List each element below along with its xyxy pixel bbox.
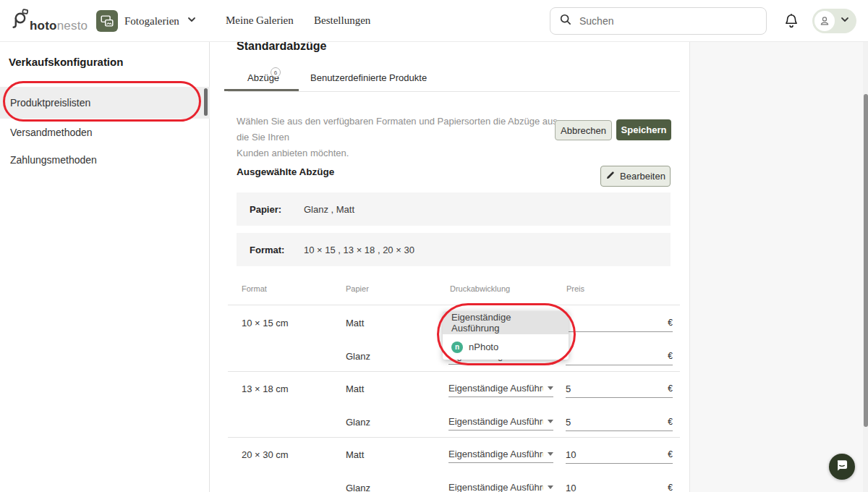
avatar (814, 11, 835, 31)
right-background-panel (689, 42, 868, 492)
summary-row-format: Format: 10 × 15 , 13 × 18 , 20 × 30 (237, 233, 671, 266)
price-input[interactable]: € (566, 347, 673, 365)
nphoto-icon: n (451, 342, 463, 353)
nav-fotogalerien[interactable]: Fotogalerien (96, 10, 197, 32)
logo[interactable]: hotonesto (10, 9, 88, 33)
format-cell: 13 × 18 cm (242, 380, 289, 398)
sidebar-item-produktpreislisten[interactable]: Produktpreislisten (0, 87, 210, 119)
top-header: hotonesto Fotogalerien Meine Galerien Be… (0, 0, 868, 42)
format-cell: 20 × 30 cm (242, 446, 289, 464)
caret-down-icon (548, 420, 553, 423)
nav-fotogalerien-label: Fotogalerien (124, 15, 179, 27)
tabs-divider (228, 91, 680, 92)
currency-suffix: € (668, 383, 673, 394)
sidebar: Verkaufskonfiguration Produktpreislisten… (0, 42, 210, 492)
intro-text-line1: Wählen Sie aus den verfügbaren Formaten … (237, 114, 561, 145)
user-menu[interactable] (812, 9, 856, 33)
summary-format-label: Format: (250, 245, 284, 255)
sidebar-title: Verkaufskonfiguration (9, 56, 123, 68)
price-input[interactable]: 5 € (566, 413, 673, 431)
price-value: 10 (566, 483, 576, 492)
table-group-13x18: 13 × 18 cm Matt Eigenständige Ausführu..… (210, 371, 689, 437)
caret-down-icon (548, 485, 553, 489)
currency-suffix: € (668, 449, 673, 459)
dropdown-option-nphoto-label: nPhoto (469, 342, 498, 352)
tab-abzuege-badge: 6 (271, 67, 281, 77)
intro-text-line2: Kunden anbieten möchten. (237, 145, 561, 161)
price-value: 5 (566, 383, 571, 394)
papier-cell: Matt (346, 446, 364, 464)
sidebar-scrollbar-thumb[interactable] (204, 88, 208, 116)
price-value: 10 (566, 449, 576, 460)
app-window: hotonesto Fotogalerien Meine Galerien Be… (0, 0, 868, 492)
column-header-papier: Papier (346, 284, 369, 293)
chevron-down-icon (839, 14, 851, 28)
search-placeholder: Suchen (579, 15, 613, 27)
page-scrollbar[interactable] (863, 42, 868, 492)
column-header-preis: Preis (566, 284, 584, 293)
sidebar-item-zahlungsmethoden[interactable]: Zahlungsmethoden (0, 146, 210, 174)
caret-down-icon (548, 452, 553, 456)
summary-format-value: 10 × 15 , 13 × 18 , 20 × 30 (304, 245, 414, 255)
druckabwicklung-dropdown-menu: Eigenständige Ausführung n nPhoto (443, 311, 569, 360)
currency-suffix: € (668, 417, 673, 427)
dropdown-option-nphoto[interactable]: n nPhoto (443, 334, 569, 360)
summary-papier-label: Papier: (250, 204, 281, 215)
column-header-druckabwicklung: Druckabwicklung (450, 284, 510, 293)
currency-suffix: € (668, 318, 673, 328)
papier-cell: Glanz (346, 479, 370, 492)
select-value: Eigenständige Ausführu... (448, 416, 543, 427)
nav-bestellungen[interactable]: Bestellungen (314, 14, 370, 27)
price-input[interactable]: 10 € (566, 479, 673, 492)
price-value: 5 (566, 417, 571, 428)
druckabwicklung-select[interactable]: Eigenständige Ausführu... (448, 478, 553, 492)
chevron-down-icon (186, 14, 197, 28)
price-input[interactable]: 10 € (566, 446, 673, 464)
edit-button-label: Bearbeiten (620, 171, 665, 182)
summary-row-papier: Papier: Glanz , Matt (237, 192, 671, 226)
edit-button[interactable]: Bearbeiten (600, 166, 671, 187)
cancel-button[interactable]: Abbrechen (555, 120, 612, 140)
search-icon (559, 13, 572, 29)
select-value: Eigenständige Ausführu... (448, 449, 543, 459)
caret-down-icon (548, 386, 553, 390)
druckabwicklung-select[interactable]: Eigenständige Ausführu... (448, 445, 553, 463)
select-value: Eigenständige Ausführu... (448, 482, 543, 492)
summary-papier-value: Glanz , Matt (304, 204, 354, 215)
select-value: Eigenständige Ausführu... (448, 383, 543, 394)
pencil-icon (605, 171, 615, 182)
main-content: Standardabzüge Abzüge 6 Benutzerdefinier… (210, 42, 689, 492)
chat-bubble-icon (835, 458, 849, 475)
price-input[interactable]: € (566, 314, 673, 332)
papier-cell: Matt (346, 380, 364, 398)
search-input[interactable]: Suchen (550, 7, 767, 35)
papier-cell: Glanz (346, 413, 370, 431)
nav-meine-galerien[interactable]: Meine Galerien (226, 14, 294, 27)
currency-suffix: € (668, 483, 673, 492)
intro-text: Wählen Sie aus den verfügbaren Formaten … (237, 114, 561, 161)
column-header-format: Format (242, 284, 267, 293)
papier-cell: Glanz (346, 347, 370, 365)
tab-benutzerdefinierte-produkte[interactable]: Benutzerdefinierte Produkte (310, 72, 427, 83)
druckabwicklung-select[interactable]: Eigenständige Ausführu... (448, 379, 553, 397)
druckabwicklung-select[interactable]: Eigenständige Ausführu... (448, 412, 553, 430)
selected-prints-heading: Ausgewählte Abzüge (237, 166, 334, 177)
page-scrollbar-thumb[interactable] (864, 94, 868, 427)
currency-suffix: € (668, 351, 673, 361)
notifications-bell-icon[interactable] (783, 12, 799, 33)
dropdown-option-eigenstaendige-ausfuehrung[interactable]: Eigenständige Ausführung (443, 311, 569, 334)
fotogalerien-icon (96, 10, 118, 32)
format-cell: 10 × 15 cm (242, 314, 289, 332)
chat-button[interactable] (829, 454, 855, 480)
table-group-20x30: 20 × 30 cm Matt Eigenständige Ausführu..… (210, 437, 689, 492)
logo-text-bold: hoto (30, 19, 57, 33)
sidebar-item-versandmethoden[interactable]: Versandmethoden (0, 119, 210, 146)
logo-text-light: nesto (57, 19, 88, 33)
save-button[interactable]: Speichern (616, 119, 671, 140)
papier-cell: Matt (346, 314, 364, 332)
price-input[interactable]: 5 € (566, 380, 673, 398)
logo-camera-icon (10, 7, 29, 33)
